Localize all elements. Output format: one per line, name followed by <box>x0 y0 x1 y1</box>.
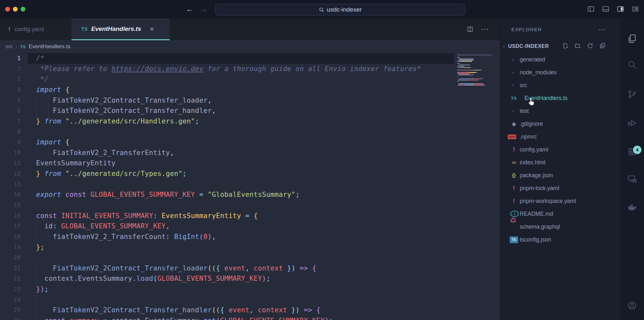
code-line-content[interactable]: }); <box>28 284 454 295</box>
code-line-content[interactable]: *Please refer to https://docs.envio.dev … <box>28 64 454 74</box>
code-line[interactable]: 5 FiatTokenV2_2Contract_Transfer_loader, <box>0 95 454 106</box>
code-line[interactable]: 24 <box>0 295 454 305</box>
tree-item-readme-md[interactable]: iREADME.md <box>500 207 620 220</box>
code-line[interactable]: 8 <box>0 126 454 137</box>
code-line-content[interactable]: const INITIAL_EVENTS_SUMMARY: EventsSumm… <box>28 211 454 221</box>
code-line-content[interactable]: FiatTokenV2_2_TransferEntity, <box>28 148 454 158</box>
code-line-content[interactable]: FiatTokenV2_2Contract_Transfer_loader, <box>28 95 454 106</box>
code-line[interactable]: 4import { <box>0 85 454 95</box>
explorer-icon[interactable] <box>627 34 637 43</box>
code-line[interactable]: 10 FiatTokenV2_2_TransferEntity, <box>0 148 454 158</box>
code-line[interactable]: 17 id: GLOBAL_EVENTS_SUMMARY_KEY, <box>0 221 454 232</box>
code-line-content[interactable] <box>28 252 454 263</box>
code-line[interactable]: 12} from "../generated/src/Types.gen"; <box>0 169 454 179</box>
maximize-window-button[interactable] <box>21 7 25 12</box>
more-actions-icon[interactable]: ⋯ <box>481 25 489 34</box>
tree-item-index-html[interactable]: <>index.html <box>500 156 620 169</box>
code-line-content[interactable] <box>28 126 454 137</box>
code-line-content[interactable] <box>28 179 454 190</box>
close-tab-icon[interactable]: × <box>150 25 154 33</box>
tree-item-tsconfig-json[interactable]: TStsconfig.json <box>500 233 620 246</box>
window-controls[interactable] <box>5 7 25 12</box>
explorer-more-actions-icon[interactable]: ⋯ <box>599 28 606 31</box>
tree-item-config-yaml[interactable]: !config.yaml <box>500 143 620 156</box>
code-line-content[interactable]: import { <box>28 85 454 95</box>
search-icon[interactable] <box>627 60 637 69</box>
tree-item-src[interactable]: ›src <box>500 79 620 92</box>
close-window-button[interactable] <box>5 7 10 12</box>
code-line[interactable]: 22 context.EventsSummary.load(GLOBAL_EVE… <box>0 273 454 284</box>
code-line-content[interactable]: } from "../generated/src/Types.gen"; <box>28 169 454 179</box>
tree-item-package-json[interactable]: {}package.json <box>500 169 620 182</box>
code-line-content[interactable]: export const GLOBAL_EVENTS_SUMMARY_KEY =… <box>28 189 454 200</box>
minimap[interactable] <box>457 53 493 86</box>
code-line-content[interactable]: FiatTokenV2_2Contract_Transfer_handler((… <box>28 305 454 315</box>
code-line[interactable]: 2 *Please refer to https://docs.envio.de… <box>0 64 454 74</box>
code-line[interactable]: 23}); <box>0 284 454 295</box>
tab-config-yaml[interactable]: ! config.yaml <box>0 18 69 40</box>
code-line-content[interactable]: context.EventsSummary.load(GLOBAL_EVENTS… <box>28 273 454 284</box>
code-line[interactable]: 3 */ <box>0 74 454 85</box>
split-editor-icon[interactable] <box>466 26 474 33</box>
navigate-forward-button[interactable]: → <box>200 5 208 14</box>
source-control-icon[interactable] <box>627 89 637 99</box>
code-line-content[interactable]: */ <box>28 74 454 85</box>
tree-item--npmrc[interactable]: npm.npmrc <box>500 130 620 143</box>
tree-item-generated[interactable]: ›generated <box>500 53 620 66</box>
code-line-content[interactable]: } from "../generated/src/Handlers.gen"; <box>28 116 454 127</box>
code-editor[interactable]: 1/*2 *Please refer to https://docs.envio… <box>0 53 454 320</box>
navigate-back-button[interactable]: ← <box>186 5 194 14</box>
code-line-content[interactable]: fiatTokenV2_2_TransferCount: BigInt(0), <box>28 232 454 242</box>
code-line[interactable]: 11EventsSummaryEntity <box>0 158 454 169</box>
collapse-all-icon[interactable] <box>599 42 606 50</box>
code-line-content[interactable]: FiatTokenV2_2Contract_Transfer_loader(({… <box>28 263 454 274</box>
workspace-root-row[interactable]: › USDC-INDEXER <box>500 40 620 53</box>
code-line-content[interactable]: }; <box>28 242 454 253</box>
tree-item-pnpm-lock-yaml[interactable]: !pnpm-lock.yaml <box>500 182 620 195</box>
new-file-icon[interactable] <box>562 42 569 50</box>
account-icon[interactable] <box>627 301 637 310</box>
command-center-search[interactable]: usdc-indexer <box>215 4 465 15</box>
code-line[interactable]: 21 FiatTokenV2_2Contract_Transfer_loader… <box>0 263 454 274</box>
code-line-content[interactable] <box>28 295 454 305</box>
code-line[interactable]: 7} from "../generated/src/Handlers.gen"; <box>0 116 454 127</box>
code-line-content[interactable]: const summary = context.EventsSummary.ge… <box>28 315 454 320</box>
code-line[interactable]: 20 <box>0 252 454 263</box>
new-folder-icon[interactable] <box>574 42 581 50</box>
docker-icon[interactable] <box>627 202 637 212</box>
toggle-panel-left-icon[interactable] <box>587 5 595 13</box>
code-line-content[interactable]: /* <box>28 53 454 64</box>
code-line[interactable]: 6 FiatTokenV2_2Contract_Transfer_handler… <box>0 105 454 116</box>
toggle-panel-bottom-icon[interactable] <box>601 5 610 13</box>
code-line-content[interactable]: EventsSummaryEntity <box>28 158 454 169</box>
code-line[interactable]: 25 FiatTokenV2_2Contract_Transfer_handle… <box>0 305 454 315</box>
code-line[interactable]: 26 const summary = context.EventsSummary… <box>0 315 454 320</box>
code-line-content[interactable]: import { <box>28 137 454 148</box>
code-line[interactable]: 14export const GLOBAL_EVENTS_SUMMARY_KEY… <box>0 189 454 200</box>
tree-item-pnpm-workspace-yaml[interactable]: !pnpm-workspace.yaml <box>500 195 620 207</box>
remote-explorer-icon[interactable] <box>627 174 637 184</box>
code-line[interactable]: 19}; <box>0 242 454 253</box>
code-line-content[interactable] <box>28 200 454 211</box>
code-line[interactable]: 16const INITIAL_EVENTS_SUMMARY: EventsSu… <box>0 211 454 221</box>
run-debug-icon[interactable] <box>627 118 637 128</box>
tab-eventhandlers-ts[interactable]: TS EventHandlers.ts × <box>71 18 170 40</box>
refresh-icon[interactable] <box>587 42 593 50</box>
breadcrumb-file[interactable]: EventHandlers.ts <box>29 43 70 50</box>
code-line-content[interactable]: FiatTokenV2_2Contract_Transfer_handler, <box>28 105 454 116</box>
tree-item-eventhandlers-ts[interactable]: TSEventHandlers.ts <box>500 92 620 105</box>
code-line[interactable]: 15 <box>0 200 454 211</box>
breadcrumb-folder[interactable]: src <box>5 43 13 50</box>
code-line-content[interactable]: id: GLOBAL_EVENTS_SUMMARY_KEY, <box>28 221 454 232</box>
tree-item-schema-graphql[interactable]: schema.graphql <box>500 220 620 233</box>
tree-item-test[interactable]: ›test <box>500 105 620 117</box>
code-line[interactable]: 18 fiatTokenV2_2_TransferCount: BigInt(0… <box>0 232 454 242</box>
toggle-panel-right-icon[interactable] <box>616 5 625 13</box>
customize-layout-icon[interactable] <box>631 5 639 13</box>
minimize-window-button[interactable] <box>13 7 18 12</box>
tree-item--gitignore[interactable]: ◈.gitignore <box>500 117 620 130</box>
code-line[interactable]: 13 <box>0 179 454 190</box>
tree-item-node-modules[interactable]: ›node_modules <box>500 66 620 79</box>
code-line[interactable]: 1/* <box>0 53 454 64</box>
code-line[interactable]: 9import { <box>0 137 454 148</box>
